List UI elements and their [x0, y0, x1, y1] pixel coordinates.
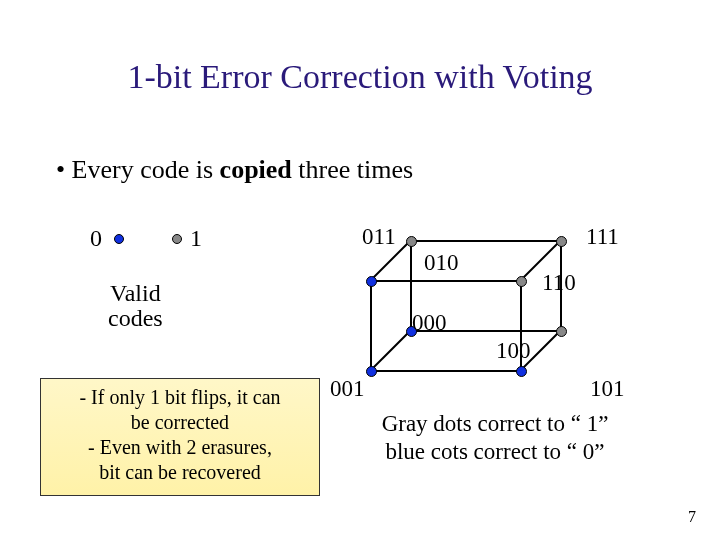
valid-codes-label: Valid codes	[108, 281, 163, 331]
dot-one	[172, 234, 182, 244]
label-zero: 0	[90, 225, 102, 252]
vertex-111	[556, 236, 567, 247]
note-line2: be corrected	[45, 410, 315, 435]
label-001: 001	[330, 376, 365, 402]
label-100: 100	[496, 338, 531, 364]
valid-codes-line2: codes	[108, 305, 163, 331]
vertex-110	[516, 276, 527, 287]
note-line4: bit can be recovered	[45, 460, 315, 485]
bullet-bold: copied	[220, 155, 292, 184]
valid-codes-line1: Valid	[110, 280, 161, 306]
vertex-100	[516, 366, 527, 377]
note-line1: - If only 1 bit flips, it can	[45, 385, 315, 410]
bullet-suffix: three times	[292, 155, 413, 184]
vertex-000	[366, 366, 377, 377]
label-101: 101	[590, 376, 625, 402]
bullet-prefix: • Every code is	[56, 155, 220, 184]
label-one: 1	[190, 225, 202, 252]
note-box: - If only 1 bit flips, it can be correct…	[40, 378, 320, 496]
valid-codes-diagram: 0 1 Valid codes	[90, 225, 260, 345]
explain-line1: Gray dots correct to “ 1”	[340, 410, 650, 438]
label-111: 111	[586, 224, 619, 250]
slide-title: 1-bit Error Correction with Voting	[0, 58, 720, 96]
page-number: 7	[688, 508, 696, 526]
cube-diagram: 011 111 010 110 000 100 001 101 Gray dot…	[350, 210, 680, 470]
explain-line2: blue cots correct to “ 0”	[340, 438, 650, 466]
vertex-010	[366, 276, 377, 287]
label-110: 110	[542, 270, 576, 296]
vertex-011	[406, 236, 417, 247]
bullet-line: • Every code is copied three times	[56, 155, 413, 185]
label-000: 000	[412, 310, 447, 336]
note-line3: - Even with 2 erasures,	[45, 435, 315, 460]
cube-explain: Gray dots correct to “ 1” blue cots corr…	[340, 410, 650, 465]
dot-zero	[114, 234, 124, 244]
vertex-101	[556, 326, 567, 337]
label-011: 011	[362, 224, 396, 250]
label-010: 010	[424, 250, 459, 276]
